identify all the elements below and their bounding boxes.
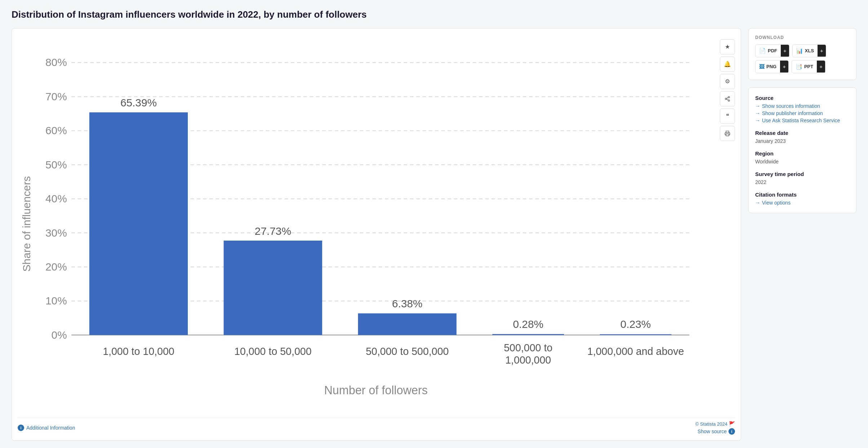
view-options-link[interactable]: → View options	[755, 200, 850, 206]
svg-text:50%: 50%	[45, 159, 67, 171]
additional-info-label: Additional Information	[26, 425, 75, 431]
arrow-icon-1: →	[755, 103, 760, 109]
share-button[interactable]	[720, 91, 735, 106]
svg-text:500,000 to: 500,000 to	[504, 342, 553, 353]
citation-label: Citation formats	[755, 192, 850, 198]
svg-point-30	[728, 96, 730, 98]
svg-text:0.28%: 0.28%	[513, 318, 544, 330]
png-icon: 🖼	[759, 63, 765, 70]
arrow-icon-4: →	[755, 200, 760, 206]
release-date-block: Release date January 2023	[755, 130, 850, 144]
svg-text:60%: 60%	[45, 124, 67, 136]
source-block: Source → Show sources information → Show…	[755, 95, 850, 123]
svg-text:40%: 40%	[45, 193, 67, 205]
additional-info-button[interactable]: i Additional Information	[18, 425, 75, 431]
release-date-label: Release date	[755, 130, 850, 136]
source-info-icon: i	[728, 428, 735, 435]
svg-text:10,000 to 50,000: 10,000 to 50,000	[234, 345, 311, 357]
pdf-plus: +	[781, 45, 789, 57]
svg-text:30%: 30%	[45, 227, 67, 238]
svg-text:Number of followers: Number of followers	[324, 384, 428, 397]
ppt-download-button[interactable]: 📑 PPT +	[792, 60, 825, 73]
statista-credit: © Statista 2024 🚩	[695, 421, 735, 427]
svg-text:1,000 to 10,000: 1,000 to 10,000	[103, 345, 174, 357]
bar-2	[223, 241, 322, 335]
ppt-label: PPT	[804, 64, 813, 69]
survey-time-label: Survey time period	[755, 171, 850, 177]
svg-text:1,000,000: 1,000,000	[505, 354, 551, 366]
settings-button[interactable]: ⚙	[720, 74, 735, 89]
survey-time-value: 2022	[755, 179, 850, 185]
svg-text:0.23%: 0.23%	[620, 318, 651, 330]
arrow-icon-2: →	[755, 110, 760, 116]
citation-block: Citation formats → View options	[755, 192, 850, 206]
region-label: Region	[755, 150, 850, 157]
region-block: Region Worldwide	[755, 150, 850, 164]
show-sources-text: Show sources information	[762, 103, 820, 109]
png-download-button[interactable]: 🖼 PNG +	[755, 60, 789, 73]
svg-text:65.39%: 65.39%	[120, 97, 157, 109]
xls-icon: 📊	[796, 48, 803, 54]
svg-text:27.73%: 27.73%	[255, 225, 291, 237]
bar-chart: Share of influencers 80% 70% 60% 50%	[18, 36, 716, 412]
svg-point-32	[728, 100, 730, 101]
svg-text:10%: 10%	[45, 295, 67, 307]
release-date-value: January 2023	[755, 138, 850, 144]
alert-button[interactable]: 🔔	[720, 57, 735, 72]
pdf-icon: 📄	[759, 48, 766, 54]
bar-5	[600, 334, 672, 335]
right-panel: DOWNLOAD 📄 PDF + 📊 XLS +	[748, 28, 856, 213]
svg-text:1,000,000 and above: 1,000,000 and above	[587, 345, 684, 357]
show-source-button[interactable]: Show source i	[698, 428, 735, 435]
show-publisher-text: Show publisher information	[762, 110, 823, 116]
download-buttons: 📄 PDF + 📊 XLS + 🖼 PNG	[755, 44, 850, 73]
svg-text:20%: 20%	[45, 261, 67, 273]
svg-rect-35	[726, 134, 729, 136]
png-label: PNG	[766, 64, 776, 69]
view-options-text: View options	[762, 200, 790, 206]
region-value: Worldwide	[755, 159, 850, 164]
svg-line-34	[727, 97, 728, 98]
xls-label: XLS	[805, 48, 814, 53]
svg-text:70%: 70%	[45, 91, 67, 102]
arrow-icon-3: →	[755, 118, 760, 123]
svg-line-33	[727, 99, 728, 100]
chart-area: Share of influencers 80% 70% 60% 50%	[18, 36, 735, 414]
chart-wrapper: Share of influencers 80% 70% 60% 50%	[18, 36, 716, 414]
y-axis-label: Share of influencers	[21, 176, 32, 272]
flag-icon: 🚩	[729, 421, 735, 427]
bar-3	[358, 313, 456, 335]
show-publisher-link[interactable]: → Show publisher information	[755, 110, 850, 116]
svg-point-31	[725, 98, 727, 100]
pdf-label: PDF	[768, 48, 777, 53]
xls-plus: +	[818, 45, 826, 57]
chart-side-buttons: ★ 🔔 ⚙ ❝	[720, 36, 735, 141]
print-button[interactable]	[720, 126, 735, 141]
page-title: Distribution of Instagram influencers wo…	[12, 9, 856, 21]
bar-4	[492, 334, 564, 335]
svg-text:0%: 0%	[52, 329, 67, 341]
ask-statista-text: Use Ask Statista Research Service	[762, 118, 840, 123]
ppt-icon: 📑	[796, 63, 802, 70]
chart-panel: Share of influencers 80% 70% 60% 50%	[12, 28, 741, 441]
show-sources-link[interactable]: → Show sources information	[755, 103, 850, 109]
ask-statista-link[interactable]: → Use Ask Statista Research Service	[755, 118, 850, 123]
info-icon: i	[18, 425, 24, 431]
source-label: Source	[755, 95, 850, 101]
bar-1	[89, 112, 188, 335]
cite-button[interactable]: ❝	[720, 109, 735, 124]
favorite-button[interactable]: ★	[720, 39, 735, 54]
main-content: Share of influencers 80% 70% 60% 50%	[12, 28, 856, 441]
ppt-plus: +	[817, 61, 825, 73]
svg-text:50,000 to 500,000: 50,000 to 500,000	[366, 345, 449, 357]
download-section: DOWNLOAD 📄 PDF + 📊 XLS +	[748, 28, 856, 80]
chart-footer: i Additional Information © Statista 2024…	[18, 418, 735, 435]
png-plus: +	[780, 61, 788, 73]
xls-download-button[interactable]: 📊 XLS +	[792, 44, 826, 57]
download-title: DOWNLOAD	[755, 35, 850, 40]
info-section: Source → Show sources information → Show…	[748, 87, 856, 213]
pdf-download-button[interactable]: 📄 PDF +	[755, 44, 789, 57]
svg-text:6.38%: 6.38%	[392, 298, 423, 309]
chart-footer-right: © Statista 2024 🚩 Show source i	[695, 421, 735, 435]
survey-time-block: Survey time period 2022	[755, 171, 850, 185]
